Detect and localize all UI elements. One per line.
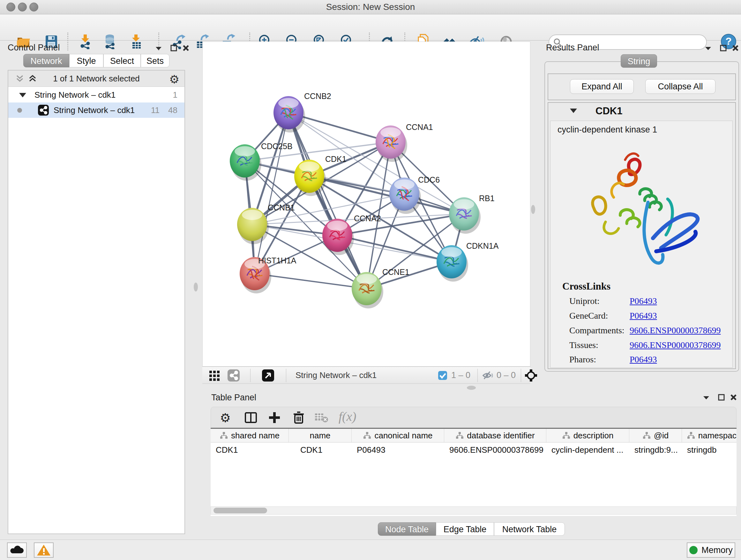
- delete-column-trash-icon[interactable]: [292, 411, 306, 424]
- panel-close-icon[interactable]: [182, 44, 190, 52]
- birdseye-view-icon[interactable]: [262, 369, 274, 382]
- hierarchy-icon: [219, 431, 228, 440]
- collapse-all-button[interactable]: Collapse All: [645, 79, 716, 94]
- cell-shared-name[interactable]: CDK1: [211, 442, 289, 457]
- right-splitter-handle[interactable]: [531, 205, 535, 214]
- cloud-button[interactable]: [7, 543, 27, 558]
- hierarchy-icon: [687, 431, 695, 440]
- column-header-shared-name[interactable]: shared name: [211, 429, 289, 442]
- cell-database-identifier[interactable]: 9606.ENSP00000378699: [444, 442, 546, 457]
- tab-select[interactable]: Select: [104, 54, 141, 67]
- network-icon-gray[interactable]: [227, 369, 240, 382]
- crosslink-link[interactable]: 9606.ENSP00000378699: [630, 325, 721, 335]
- tab-string[interactable]: String: [621, 54, 657, 68]
- network-row[interactable]: String Network – cdk1 11 48: [8, 103, 185, 118]
- network-selection-status: 1 of 1 Network selected: [8, 71, 185, 86]
- network-node-CDKN1A[interactable]: [436, 245, 468, 282]
- hierarchy-icon: [562, 431, 570, 440]
- network-node-CDK1[interactable]: [294, 160, 326, 196]
- grid-view-icon[interactable]: [209, 369, 221, 381]
- network-node-CDC6[interactable]: [389, 178, 421, 214]
- network-node-CCNA1[interactable]: [376, 125, 407, 162]
- table-row[interactable]: CDK1 CDK1 P06493 9606.ENSP00000378699 cy…: [211, 442, 737, 457]
- crosslink-link[interactable]: P06493: [630, 311, 657, 321]
- node-label-CDC25B: CDC25B: [261, 142, 293, 151]
- hidden-eye-slash-icon[interactable]: [482, 371, 494, 380]
- tab-sets[interactable]: Sets: [141, 54, 170, 67]
- crosslink-link[interactable]: 9606.ENSP00000378699: [630, 340, 721, 350]
- column-header-id[interactable]: @id: [629, 429, 682, 442]
- protein-name: CDK1: [596, 105, 622, 117]
- tab-node-table[interactable]: Node Table: [378, 522, 436, 536]
- selected-checkbox-icon[interactable]: [438, 371, 448, 380]
- expand-all-button[interactable]: Expand All: [570, 79, 634, 94]
- cell-name[interactable]: CDK1: [289, 442, 352, 457]
- scrollbar-thumb[interactable]: [213, 508, 267, 513]
- panel-maximize-icon[interactable]: [170, 44, 178, 52]
- cell-canonical-name[interactable]: P06493: [352, 442, 444, 457]
- main-toolbar: ?: [0, 14, 741, 41]
- panel-float-icon[interactable]: [702, 393, 711, 401]
- network-view-title: String Network – cdk1: [295, 367, 377, 383]
- crosslink-label: Pharos:: [569, 354, 596, 365]
- column-visibility-icon[interactable]: [244, 411, 258, 424]
- warning-button[interactable]: [34, 543, 54, 558]
- network-node-CDC25B[interactable]: [230, 144, 261, 181]
- network-node-CCNB2[interactable]: [273, 96, 305, 132]
- gear-icon[interactable]: ⚙: [169, 73, 179, 86]
- node-count: 11: [151, 105, 159, 115]
- cell-description[interactable]: cyclin-dependent ...: [546, 442, 629, 457]
- node-label-CCNB2: CCNB2: [304, 91, 331, 101]
- network-edge-CCNB2-CCNE1[interactable]: [288, 113, 367, 289]
- network-node-CCNE1[interactable]: [352, 272, 383, 308]
- network-node-RB1[interactable]: [449, 197, 481, 234]
- column-header-canonical-name[interactable]: canonical name: [352, 429, 444, 442]
- add-column-icon[interactable]: [268, 411, 281, 424]
- table-horizontal-scrollbar[interactable]: [211, 506, 737, 515]
- crosslink-label: Tissues:: [569, 340, 598, 350]
- memory-button[interactable]: Memory: [687, 543, 735, 558]
- left-splitter-handle[interactable]: [194, 283, 198, 292]
- bottom-splitter-handle[interactable]: [467, 386, 476, 390]
- network-canvas[interactable]: CCNB2CCNA1CDC25BCDK1CDC6RB1CCNB1CCNA2CDK…: [202, 42, 530, 367]
- pan-crosshair-icon[interactable]: [525, 369, 537, 382]
- node-label-CCNA2: CCNA2: [354, 214, 381, 223]
- column-header-name[interactable]: name: [289, 429, 352, 442]
- network-node-CCNA2[interactable]: [322, 219, 354, 255]
- node-label-CCNA1: CCNA1: [406, 123, 433, 132]
- panel-maximize-icon[interactable]: [719, 44, 728, 52]
- cell-id[interactable]: stringdb:9...: [629, 442, 682, 457]
- crosslink-link[interactable]: P06493: [630, 354, 657, 365]
- panel-float-icon[interactable]: [154, 44, 163, 52]
- network-edge-CCNA2-CDKN1A[interactable]: [337, 235, 452, 262]
- tree-expand-caret-icon[interactable]: [19, 93, 26, 98]
- tab-edge-table[interactable]: Edge Table: [436, 522, 494, 536]
- expand-collapse-bar: Expand All Collapse All: [548, 73, 736, 100]
- table-toolbar: ⚙ f(x): [211, 407, 737, 428]
- tab-network-table[interactable]: Network Table: [494, 522, 565, 536]
- panel-close-icon[interactable]: [730, 393, 738, 401]
- tab-style[interactable]: Style: [69, 54, 104, 67]
- control-panel-tabs: Network Style Select Sets: [23, 54, 170, 67]
- tab-network[interactable]: Network: [23, 54, 69, 67]
- network-edge-CCNB2-HIST1H1A[interactable]: [255, 113, 288, 273]
- cell-namespace[interactable]: stringdb: [682, 442, 737, 457]
- panel-close-icon[interactable]: [731, 44, 740, 52]
- network-edge-HIST1H1A-CCNE1[interactable]: [255, 273, 367, 289]
- column-header-database-identifier[interactable]: database identifier: [444, 429, 546, 442]
- section-collapse-caret-icon[interactable]: [570, 109, 577, 113]
- table-gear-icon[interactable]: ⚙: [220, 411, 233, 424]
- delete-table-icon: [314, 411, 328, 424]
- node-label-RB1: RB1: [479, 194, 495, 203]
- warning-icon: [35, 543, 53, 557]
- network-collection-row[interactable]: String Network – cdk1 1: [8, 87, 185, 103]
- panel-float-icon[interactable]: [704, 44, 712, 52]
- crosslink-link[interactable]: P06493: [630, 296, 657, 306]
- panel-maximize-icon[interactable]: [718, 393, 726, 401]
- column-header-namespace[interactable]: namespace: [682, 429, 737, 442]
- table-tabs: Node Table Edge Table Network Table: [378, 522, 565, 536]
- protein-section: CDK1 cyclin-dependent kinase 1: [548, 102, 736, 369]
- network-list-panel: 1 of 1 Network selected ⚙ String Network…: [8, 70, 185, 534]
- column-header-description[interactable]: description: [546, 429, 629, 442]
- window-title: Session: New Session: [0, 0, 741, 14]
